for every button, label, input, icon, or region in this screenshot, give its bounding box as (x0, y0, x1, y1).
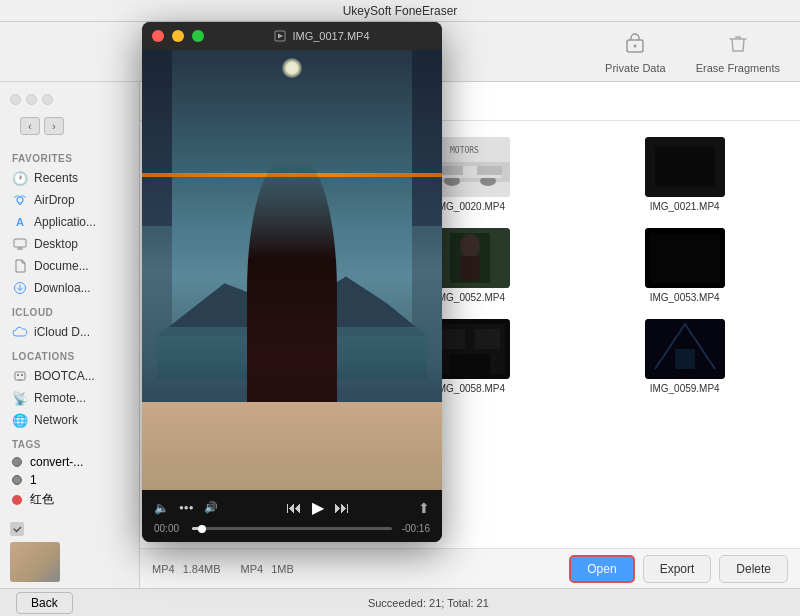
time-current: 00:00 (154, 523, 186, 534)
toolbar-private-data[interactable]: Private Data (605, 30, 666, 74)
sidebar-item-desktop[interactable]: Desktop (0, 233, 139, 255)
video-controls: 🔈 ●●● 🔊 ⏮ ▶ ⏭ ⬆ 00:00 -00:16 (142, 490, 442, 542)
nav-forward-btn[interactable]: › (44, 117, 64, 135)
sidebar-item-bootcamp[interactable]: BOOTCA... (0, 365, 139, 387)
tl-red (10, 94, 21, 105)
back-button[interactable]: Back (16, 592, 73, 614)
app-title: UkeySoft FoneEraser (343, 4, 458, 18)
title-bar: UkeySoft FoneEraser (0, 0, 800, 22)
recents-label: Recents (34, 171, 78, 185)
sidebar-thumb-area (0, 514, 139, 588)
file-item-0053[interactable]: IMG_0053.MP4 (585, 228, 784, 303)
bootcamp-label: BOOTCA... (34, 369, 95, 383)
video-maximize-btn[interactable] (192, 30, 204, 42)
downloads-label: Downloa... (34, 281, 91, 295)
status-message: Succeeded: 21; Total: 21 (368, 597, 489, 609)
share-btn[interactable]: ⬆ (418, 500, 430, 516)
progress-bar[interactable] (192, 527, 392, 530)
tag-dot-red (12, 495, 22, 505)
tag-dot-1 (12, 475, 22, 485)
delete-button[interactable]: Delete (719, 555, 788, 583)
forward-btn[interactable]: ⏭ (334, 499, 350, 517)
export-button[interactable]: Export (643, 555, 712, 583)
airdrop-label: AirDrop (34, 193, 75, 207)
sidebar-item-applications[interactable]: A Applicatio... (0, 211, 139, 233)
open-button[interactable]: Open (569, 555, 634, 583)
downloads-icon (12, 280, 28, 296)
file-item-0021[interactable]: IMG_0021.MP4 (585, 137, 784, 212)
sidebar-item-downloads[interactable]: Downloa... (0, 277, 139, 299)
svg-rect-49 (475, 329, 500, 349)
volume-up-icon: 🔊 (204, 501, 218, 514)
file-name-0020: IMG_0020.MP4 (435, 201, 505, 212)
file-thumb-0053 (645, 228, 725, 288)
video-minimize-btn[interactable] (172, 30, 184, 42)
erase-fragments-label: Erase Fragments (696, 62, 780, 74)
sidebar-checkbox[interactable] (10, 522, 24, 536)
locations-header: Locations (0, 343, 139, 365)
tl-green (42, 94, 53, 105)
tag-label-1: 1 (30, 473, 37, 487)
video-title: IMG_0017.MP4 (292, 30, 369, 42)
favorites-header: Favorites (0, 145, 139, 167)
documents-icon (12, 258, 28, 274)
sidebar-item-tag-convert[interactable]: convert-... (0, 453, 139, 471)
file-name-0053: IMG_0053.MP4 (650, 292, 720, 303)
file-info-row1: MP4 1.84MB (152, 563, 221, 575)
svg-rect-3 (14, 239, 26, 247)
icloud-header: iCloud (0, 299, 139, 321)
video-file-icon (274, 30, 286, 42)
volume-btn[interactable]: 🔈 (154, 501, 169, 515)
tag-label-red: 红色 (30, 491, 54, 508)
svg-rect-48 (440, 329, 465, 349)
svg-point-36 (460, 234, 480, 258)
svg-point-2 (17, 197, 23, 203)
video-content (142, 50, 442, 490)
progress-row: 00:00 -00:16 (154, 523, 430, 534)
network-icon: 🌐 (12, 412, 28, 428)
status-bar: Back Succeeded: 21; Total: 21 (0, 588, 800, 616)
sidebar-item-remote[interactable]: 📡 Remote... (0, 387, 139, 409)
applications-icon: A (12, 214, 28, 230)
file-thumb-0021 (645, 137, 725, 197)
svg-rect-10 (21, 374, 23, 376)
file-size-2: 1MB (271, 563, 294, 575)
svg-rect-39 (650, 233, 720, 283)
remote-icon: 📡 (12, 390, 28, 406)
remote-label: Remote... (34, 391, 86, 405)
svg-rect-37 (460, 256, 480, 281)
video-scene (142, 50, 442, 490)
bootcamp-icon (12, 368, 28, 384)
sidebar-item-documents[interactable]: Docume... (0, 255, 139, 277)
sidebar-item-airdrop[interactable]: AirDrop (0, 189, 139, 211)
file-format-2: MP4 (241, 563, 264, 575)
private-data-label: Private Data (605, 62, 666, 74)
svg-rect-7 (15, 372, 25, 380)
play-btn[interactable]: ▶ (312, 498, 324, 517)
time-total: -00:16 (398, 523, 430, 534)
file-info: MP4 1.84MB MP4 1MB (152, 563, 294, 575)
toolbar-erase-fragments[interactable]: Erase Fragments (696, 30, 780, 74)
rewind-btn[interactable]: ⏮ (286, 499, 302, 517)
documents-label: Docume... (34, 259, 89, 273)
sidebar: ‹ › Favorites 🕐 Recents AirDrop (0, 82, 140, 588)
video-close-btn[interactable] (152, 30, 164, 42)
sidebar-item-recents[interactable]: 🕐 Recents (0, 167, 139, 189)
sidebar-item-icloud[interactable]: iCloud D... (0, 321, 139, 343)
sidebar-item-network[interactable]: 🌐 Network (0, 409, 139, 431)
sidebar-video-thumb (10, 542, 60, 582)
sidebar-item-tag-1[interactable]: 1 (0, 471, 139, 489)
sidebar-top: ‹ › (0, 90, 139, 141)
applications-label: Applicatio... (34, 215, 96, 229)
nav-back-btn[interactable]: ‹ (20, 117, 40, 135)
svg-point-1 (634, 44, 637, 47)
svg-rect-50 (450, 354, 490, 374)
tag-label-convert: convert-... (30, 455, 83, 469)
file-item-0059[interactable]: IMG_0059.MP4 (585, 319, 784, 394)
scene-light-flash (282, 58, 302, 78)
erase-fragments-icon (724, 30, 752, 58)
tags-header: Tags (0, 431, 139, 453)
sidebar-item-tag-red[interactable]: 红色 (0, 489, 139, 510)
svg-rect-24 (477, 166, 502, 175)
tag-dot-convert (12, 457, 22, 467)
